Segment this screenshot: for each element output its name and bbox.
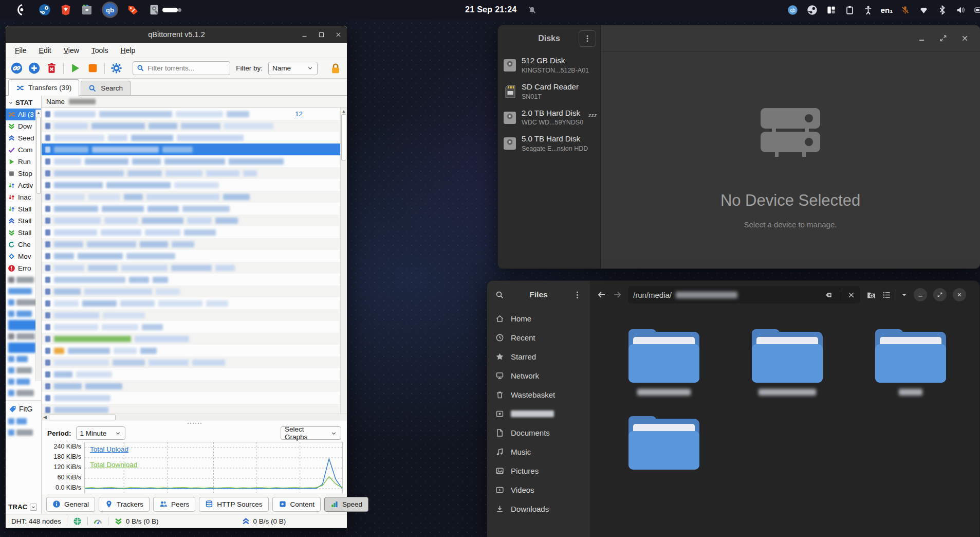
accessibility-icon[interactable] bbox=[863, 5, 873, 15]
table-row[interactable] bbox=[42, 167, 347, 179]
archive-icon[interactable] bbox=[81, 4, 93, 16]
table-row[interactable] bbox=[42, 191, 347, 203]
table-row[interactable] bbox=[42, 297, 347, 309]
clipboard-icon[interactable] bbox=[845, 5, 855, 15]
close-button[interactable] bbox=[961, 34, 969, 42]
qbittorrent-icon[interactable]: qb bbox=[102, 2, 118, 18]
tag-icon[interactable] bbox=[127, 4, 139, 16]
steam-icon[interactable] bbox=[39, 4, 51, 16]
sidebar-scrollbar[interactable]: ▲ bbox=[35, 110, 41, 381]
download-speed[interactable]: 0 B/s (0 B) bbox=[114, 517, 159, 526]
speed-limits-icon[interactable] bbox=[94, 517, 102, 526]
mic-muted-icon[interactable] bbox=[900, 5, 910, 15]
menu-item[interactable]: View bbox=[59, 45, 84, 56]
horizontal-scrollbar[interactable]: ◀ bbox=[42, 414, 347, 421]
minimize-button[interactable] bbox=[296, 26, 313, 43]
close-path-icon[interactable] bbox=[847, 291, 855, 299]
launcher-icon[interactable] bbox=[17, 4, 30, 16]
clock-area[interactable]: 21 Sep 21:24 bbox=[465, 5, 537, 15]
device-list-item[interactable]: 2.0 TB Hard Disk WDC WD...59YNDS0 z​z​z bbox=[498, 104, 600, 131]
qbittorrent-tray-icon[interactable]: qb bbox=[787, 5, 798, 15]
wifi-icon[interactable] bbox=[919, 5, 929, 15]
table-row[interactable] bbox=[42, 214, 347, 226]
volume-icon[interactable] bbox=[956, 5, 966, 15]
close-button[interactable] bbox=[953, 288, 966, 301]
table-row[interactable] bbox=[42, 120, 347, 132]
device-list-item[interactable]: SD Card Reader SN01T z​z​z bbox=[498, 78, 600, 104]
tiling-icon[interactable] bbox=[826, 5, 836, 15]
table-row[interactable] bbox=[42, 333, 347, 345]
connection-status-icon[interactable] bbox=[73, 517, 82, 526]
list-view-button[interactable] bbox=[882, 291, 891, 299]
workspace-pill[interactable] bbox=[162, 8, 178, 12]
table-row[interactable] bbox=[42, 250, 347, 262]
table-row[interactable] bbox=[42, 356, 347, 368]
table-row[interactable] bbox=[42, 380, 347, 392]
table-row[interactable] bbox=[42, 179, 347, 191]
period-select[interactable]: 1 Minute bbox=[76, 426, 125, 440]
options-button[interactable] bbox=[110, 62, 122, 74]
sidebar-item[interactable]: Home bbox=[491, 309, 586, 328]
menu-button[interactable] bbox=[579, 30, 596, 47]
table-row[interactable] bbox=[42, 285, 347, 297]
path-bar[interactable]: /run/media/ bbox=[628, 286, 860, 303]
folder-item[interactable] bbox=[866, 329, 955, 396]
table-row[interactable] bbox=[42, 144, 347, 155]
search-icon[interactable] bbox=[495, 291, 504, 299]
collapse-button[interactable] bbox=[30, 504, 37, 511]
forward-button[interactable] bbox=[613, 290, 622, 299]
detail-tab[interactable]: General bbox=[46, 497, 95, 512]
table-row[interactable] bbox=[42, 238, 347, 250]
disks-utility-icon[interactable] bbox=[148, 4, 160, 16]
detail-tab[interactable]: HTTP Sources bbox=[199, 497, 268, 512]
menu-item[interactable]: File bbox=[10, 45, 32, 56]
add-link-button[interactable] bbox=[11, 62, 23, 74]
folder-item[interactable] bbox=[620, 329, 708, 396]
table-row[interactable] bbox=[42, 262, 347, 274]
back-button[interactable] bbox=[597, 290, 606, 299]
sidebar-item[interactable] bbox=[491, 404, 586, 423]
restore-button[interactable] bbox=[939, 34, 947, 42]
table-row[interactable] bbox=[42, 226, 347, 238]
category-item[interactable]: FitG bbox=[6, 402, 41, 416]
lock-button[interactable] bbox=[329, 62, 342, 75]
minimize-button[interactable] bbox=[918, 34, 926, 42]
folder-item[interactable] bbox=[743, 329, 831, 396]
vertical-scrollbar[interactable]: ▲ bbox=[340, 108, 347, 414]
filter-box[interactable] bbox=[133, 61, 230, 75]
filter-by-select[interactable]: Name bbox=[268, 62, 318, 75]
table-row[interactable] bbox=[42, 274, 347, 285]
menu-button[interactable] bbox=[573, 291, 582, 299]
menu-item[interactable]: Help bbox=[116, 45, 141, 56]
upload-speed[interactable]: 0 B/s (0 B) bbox=[242, 517, 286, 526]
brave-icon[interactable] bbox=[60, 4, 72, 16]
table-row[interactable] bbox=[42, 155, 347, 167]
table-row[interactable] bbox=[42, 132, 347, 144]
sidebar-item[interactable]: Starred bbox=[491, 347, 586, 366]
table-header[interactable]: Name bbox=[42, 96, 347, 108]
folder-item[interactable] bbox=[620, 416, 708, 482]
sidebar-item[interactable]: Pictures bbox=[491, 461, 586, 480]
detail-tab[interactable]: Peers bbox=[153, 497, 195, 512]
sidebar-item[interactable]: Videos bbox=[491, 480, 586, 499]
minimize-button[interactable] bbox=[914, 288, 927, 301]
table-row[interactable] bbox=[42, 368, 347, 380]
search-folder-button[interactable] bbox=[866, 290, 876, 300]
sidebar-item[interactable]: Documents bbox=[491, 423, 586, 442]
restore-button[interactable] bbox=[933, 288, 947, 301]
table-row[interactable] bbox=[42, 203, 347, 214]
detail-tab[interactable]: Speed bbox=[324, 497, 368, 512]
bluetooth-icon[interactable] bbox=[937, 5, 947, 15]
clock[interactable]: 21 Sep 21:24 bbox=[465, 5, 517, 14]
disks-header[interactable]: Disks bbox=[498, 25, 600, 52]
table-row[interactable] bbox=[42, 309, 347, 321]
status-section-header[interactable]: STAT bbox=[6, 96, 41, 109]
device-list-item[interactable]: 512 GB Disk KINGSTON...512B-A01 z​z​z bbox=[498, 52, 600, 78]
detail-tab[interactable]: Content bbox=[272, 497, 321, 512]
trackers-section-header[interactable]: TRAC bbox=[6, 500, 41, 514]
sidebar-item[interactable]: Wastebasket bbox=[491, 385, 586, 404]
disks-main-headerbar[interactable] bbox=[601, 25, 980, 52]
device-list-item[interactable]: 5.0 TB Hard Disk Seagate E...nsion HDD z… bbox=[498, 130, 600, 156]
filter-input[interactable] bbox=[147, 64, 219, 72]
menu-item[interactable]: Edit bbox=[34, 45, 57, 56]
